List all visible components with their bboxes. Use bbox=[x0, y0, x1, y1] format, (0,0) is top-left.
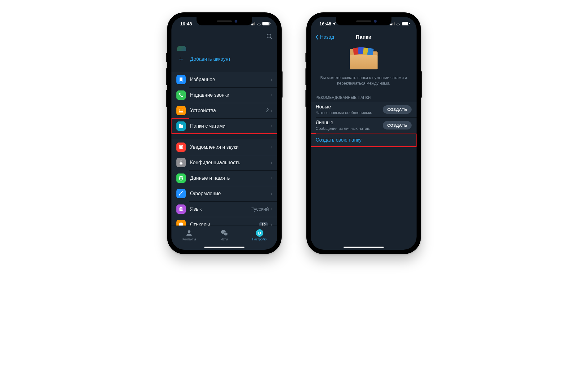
chevron-right-icon: › bbox=[271, 191, 272, 196]
phone-frame-left: 16:48 bbox=[167, 12, 282, 254]
chevron-right-icon: › bbox=[271, 92, 272, 98]
row-appearance[interactable]: Оформление › bbox=[171, 186, 277, 201]
bell-icon bbox=[176, 143, 186, 152]
tab-chats[interactable]: Чаты bbox=[207, 226, 242, 244]
hero-description: Вы можете создать папки с нужными чатами… bbox=[320, 75, 407, 86]
recommended-folders-section: Новые Чаты с новыми сообщениями. СОЗДАТЬ… bbox=[311, 102, 417, 147]
row-privacy[interactable]: Конфиденциальность › bbox=[171, 155, 277, 170]
chevron-right-icon: › bbox=[271, 160, 272, 165]
location-icon bbox=[332, 21, 336, 26]
add-account-row[interactable]: + Добавить аккаунт bbox=[171, 52, 277, 66]
battery-icon bbox=[402, 22, 409, 25]
tab-contacts[interactable]: Контакты bbox=[171, 226, 207, 244]
svg-point-14 bbox=[188, 230, 191, 233]
home-indicator[interactable] bbox=[204, 247, 244, 248]
add-account-label: Добавить аккаунт bbox=[190, 56, 272, 62]
plus-icon: + bbox=[176, 55, 186, 63]
row-chat-folders[interactable]: Папки с чатами › bbox=[171, 118, 277, 134]
svg-line-1 bbox=[270, 37, 272, 39]
search-icon[interactable] bbox=[266, 33, 273, 42]
phone-icon bbox=[176, 90, 186, 100]
notch bbox=[336, 17, 391, 25]
row-favorites[interactable]: Избранное › bbox=[171, 72, 277, 87]
chevron-left-icon bbox=[315, 34, 319, 40]
row-notifications[interactable]: Уведомления и звуки › bbox=[171, 139, 277, 155]
status-time: 16:48 bbox=[319, 21, 331, 26]
data-icon bbox=[176, 173, 186, 183]
svg-rect-2 bbox=[179, 109, 183, 112]
chevron-right-icon: › bbox=[271, 123, 272, 129]
settings-section-2: Уведомления и звуки › Конфиденциальность… bbox=[171, 139, 277, 232]
phone-frame-right: 16:48 Назад Папки bbox=[306, 12, 421, 254]
bookmark-icon bbox=[176, 75, 186, 84]
section-header-recommended: РЕКОМЕНДОВАННЫЕ ПАПКИ bbox=[311, 94, 417, 102]
folder-row-personal: Личные Сообщения из личных чатов. СОЗДАТ… bbox=[311, 117, 417, 133]
brush-icon bbox=[176, 189, 186, 198]
svg-rect-6 bbox=[180, 162, 183, 165]
chevron-right-icon: › bbox=[271, 108, 272, 113]
row-recent-calls[interactable]: Недавние звонки › bbox=[171, 87, 277, 103]
settings-section-1: Избранное › Недавние звонки › Устройства… bbox=[171, 72, 277, 134]
create-button[interactable]: СОЗДАТЬ bbox=[383, 121, 412, 129]
laptop-icon bbox=[176, 106, 186, 115]
tab-bar: Контакты Чаты D Настройки bbox=[171, 226, 277, 250]
globe-icon bbox=[176, 204, 186, 214]
chevron-right-icon: › bbox=[271, 144, 272, 150]
svg-point-0 bbox=[267, 34, 271, 38]
create-button[interactable]: СОЗДАТЬ bbox=[383, 105, 412, 114]
create-own-folder-row[interactable]: Создать свою папку bbox=[311, 133, 417, 147]
folder-illustration bbox=[350, 47, 378, 69]
page-title: Папки bbox=[356, 34, 372, 40]
svg-rect-5 bbox=[180, 146, 182, 148]
chevron-right-icon: › bbox=[271, 206, 272, 212]
status-time: 16:48 bbox=[180, 21, 192, 26]
back-button[interactable]: Назад bbox=[315, 34, 334, 40]
wifi-icon bbox=[257, 22, 261, 25]
nav-bar bbox=[171, 30, 277, 44]
settings-avatar: D bbox=[256, 229, 264, 237]
folder-row-new: Новые Чаты с новыми сообщениями. СОЗДАТЬ bbox=[311, 102, 417, 117]
lock-icon bbox=[176, 158, 186, 167]
contacts-icon bbox=[185, 229, 193, 237]
row-data-storage[interactable]: Данные и память › bbox=[171, 170, 277, 186]
chevron-right-icon: › bbox=[271, 175, 272, 181]
hero-section: Вы можете создать папки с нужными чатами… bbox=[311, 44, 417, 94]
chevron-right-icon: › bbox=[271, 77, 272, 82]
row-devices[interactable]: Устройства 2 › bbox=[171, 103, 277, 118]
notch bbox=[197, 17, 252, 25]
row-language[interactable]: Язык Русский › bbox=[171, 201, 277, 217]
folder-icon bbox=[176, 121, 186, 131]
home-indicator[interactable] bbox=[344, 247, 384, 248]
tab-settings[interactable]: D Настройки bbox=[242, 226, 277, 244]
svg-point-7 bbox=[179, 176, 183, 178]
battery-icon bbox=[262, 22, 270, 25]
wifi-icon bbox=[396, 22, 400, 25]
svg-point-16 bbox=[224, 232, 228, 236]
chats-icon bbox=[220, 229, 228, 237]
nav-bar: Назад Папки bbox=[311, 30, 417, 44]
current-account-avatar[interactable] bbox=[171, 44, 277, 52]
